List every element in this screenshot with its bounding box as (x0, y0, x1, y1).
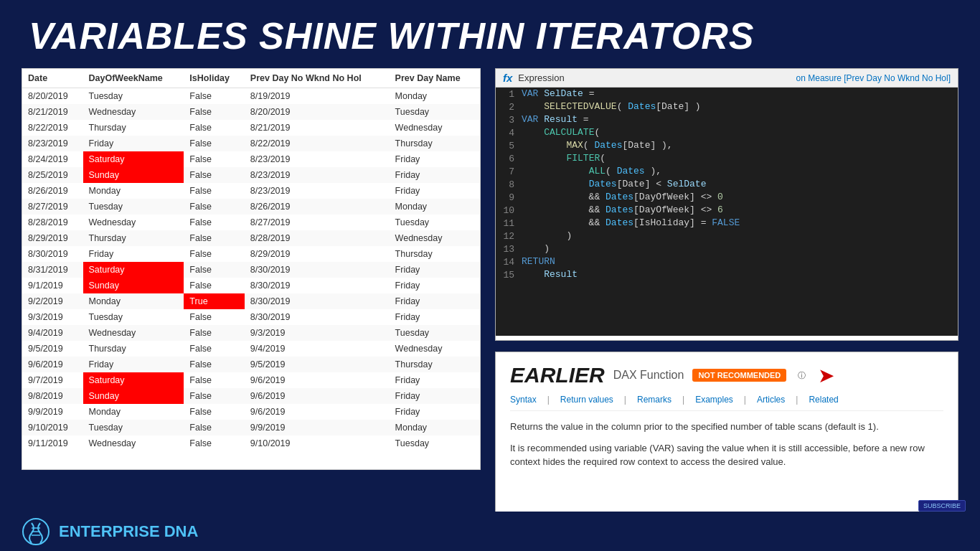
nav-return-values[interactable]: Return values (560, 395, 613, 405)
table-row: 9/7/2019SaturdayFalse9/6/2019Friday (22, 372, 480, 388)
earlier-nav: Syntax | Return values | Remarks | Examp… (510, 395, 943, 411)
table-row: 8/31/2019SaturdayFalse8/30/2019Friday (22, 262, 480, 278)
earlier-desc-1: Returns the value in the column prior to… (510, 420, 943, 434)
col-prevday: Prev Day No Wknd No Hol (245, 69, 390, 88)
logo-enterprise: ENTERPRISE (59, 522, 160, 540)
col-isholiday: IsHoliday (184, 69, 245, 88)
earlier-header: EARLIER DAX Function NOT RECOMMENDED ⓘ ➤ (510, 363, 943, 387)
table-row: 8/20/2019TuesdayFalse8/19/2019Monday (22, 88, 480, 105)
code-line: 7 ALL( Dates ), (496, 165, 958, 178)
page-title: VARIABLES SHINE WITHIN ITERATORS (0, 0, 980, 65)
logo-text: ENTERPRISE DNA (59, 522, 198, 541)
table-row: 9/1/2019SundayFalse8/30/2019Friday (22, 278, 480, 293)
logo-area: ENTERPRISE DNA (22, 517, 198, 546)
table-row: 9/9/2019MondayFalse9/6/2019Friday (22, 404, 480, 420)
code-line: 5 MAX( Dates[Date] ), (496, 139, 958, 152)
nav-related[interactable]: Related (809, 395, 838, 405)
data-table: Date DayOfWeekName IsHoliday Prev Day No… (22, 69, 480, 451)
nav-syntax[interactable]: Syntax (510, 395, 537, 405)
code-line: 14RETURN (496, 255, 958, 268)
logo-dna: DNA (164, 522, 199, 540)
code-line: 13 ) (496, 242, 958, 255)
table-row: 8/26/2019MondayFalse8/23/2019Friday (22, 183, 480, 199)
table-header-row: Date DayOfWeekName IsHoliday Prev Day No… (22, 69, 480, 88)
code-panel: fx Expression on Measure [Prev Day No Wk… (495, 68, 958, 341)
code-line: 6 FILTER( (496, 152, 958, 165)
nav-articles[interactable]: Articles (757, 395, 785, 405)
table-row: 8/27/2019TuesdayFalse8/26/2019Monday (22, 199, 480, 215)
table-row: 8/23/2019FridayFalse8/22/2019Thursday (22, 136, 480, 151)
earlier-panel: EARLIER DAX Function NOT RECOMMENDED ⓘ ➤… (495, 352, 958, 537)
fx-icon: fx (503, 72, 512, 84)
table-row: 8/29/2019ThursdayFalse8/28/2019Wednesday (22, 230, 480, 246)
measure-label: on Measure [Prev Day No Wknd No Hol] (796, 73, 951, 83)
red-arrow-icon: ➤ (818, 364, 834, 387)
not-recommended-badge: NOT RECOMMENDED (692, 369, 786, 382)
code-line: 11 && Dates[IsHoliday] = FALSE (496, 217, 958, 230)
table-row: 8/24/2019SaturdayFalse8/23/2019Friday (22, 151, 480, 167)
table-row: 8/30/2019FridayFalse8/29/2019Thursday (22, 246, 480, 262)
table-row: 9/8/2019SundayFalse9/6/2019Friday (22, 388, 480, 404)
code-line: 12 ) (496, 230, 958, 242)
code-line: 10 && Dates[DayOfWeek] <> 6 (496, 204, 958, 217)
code-body: 1VAR SelDate =2 SELECTEDVALUE( Dates[Dat… (496, 88, 958, 336)
table-row: 9/4/2019WednesdayFalse9/3/2019Tuesday (22, 325, 480, 341)
code-line: 1VAR SelDate = (496, 88, 958, 100)
content-area: Date DayOfWeekName IsHoliday Prev Day No… (0, 65, 980, 537)
dax-function-label: DAX Function (613, 369, 684, 382)
nav-examples[interactable]: Examples (695, 395, 733, 405)
table-row: 9/11/2019WednesdayFalse9/10/2019Tuesday (22, 435, 480, 451)
subscribe-badge[interactable]: SUBSCRIBE (918, 500, 966, 512)
right-panel: fx Expression on Measure [Prev Day No Wk… (495, 68, 958, 537)
col-dayofweek: DayOfWeekName (83, 69, 184, 88)
table-panel: Date DayOfWeekName IsHoliday Prev Day No… (22, 68, 481, 470)
earlier-title: EARLIER (510, 363, 605, 387)
info-icon: ⓘ (798, 370, 806, 381)
code-line: 2 SELECTEDVALUE( Dates[Date] ) (496, 100, 958, 113)
code-header: fx Expression on Measure [Prev Day No Wk… (496, 69, 958, 88)
table-row: 9/3/2019TuesdayFalse8/30/2019Friday (22, 309, 480, 325)
earlier-desc-2: It is recommended using variable (VAR) s… (510, 441, 943, 469)
code-line: 4 CALCULATE( (496, 126, 958, 139)
code-line: 8 Dates[Date] < SelDate (496, 178, 958, 191)
expression-dropdown[interactable]: Expression (518, 72, 564, 83)
table-row: 8/25/2019SundayFalse8/23/2019Friday (22, 167, 480, 183)
table-row: 9/2/2019MondayTrue8/30/2019Friday (22, 293, 480, 309)
dna-logo-icon (22, 517, 50, 546)
col-prevname: Prev Day Name (390, 69, 480, 88)
table-row: 8/28/2019WednesdayFalse8/27/2019Tuesday (22, 215, 480, 230)
code-line: 15 Result (496, 268, 958, 281)
code-line: 3VAR Result = (496, 113, 958, 126)
code-line: 9 && Dates[DayOfWeek] <> 0 (496, 191, 958, 204)
table-row: 8/22/2019ThursdayFalse8/21/2019Wednesday (22, 120, 480, 136)
table-row: 9/5/2019ThursdayFalse9/4/2019Wednesday (22, 341, 480, 357)
table-row: 9/10/2019TuesdayFalse9/9/2019Monday (22, 420, 480, 435)
table-row: 9/6/2019FridayFalse9/5/2019Thursday (22, 357, 480, 372)
table-row: 8/21/2019WednesdayFalse8/20/2019Tuesday (22, 104, 480, 120)
col-date: Date (22, 69, 83, 88)
nav-remarks[interactable]: Remarks (637, 395, 672, 405)
bottom-bar: ENTERPRISE DNA (0, 512, 980, 551)
